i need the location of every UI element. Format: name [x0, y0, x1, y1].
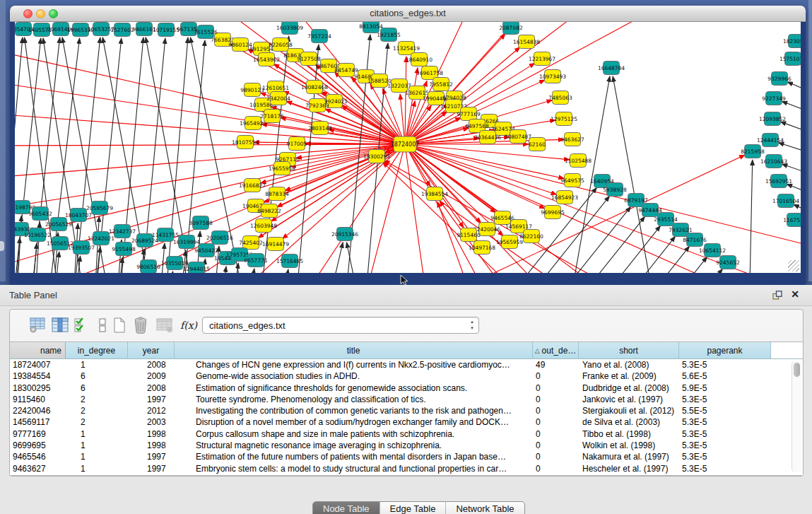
- graph-node-label: 19384554: [421, 191, 448, 197]
- tab-node-table[interactable]: Node Table: [313, 502, 380, 514]
- table-scrollbar[interactable]: [792, 361, 801, 472]
- graph-edge: [778, 143, 801, 156]
- graph-node-label: 6497568: [465, 123, 489, 129]
- table-cell: 9465546: [10, 451, 66, 462]
- close-panel-icon[interactable]: ✕: [791, 288, 799, 300]
- graph-node-label: 9890123: [240, 87, 264, 93]
- table-cell: 1997: [128, 394, 175, 405]
- graph-edge: [341, 105, 398, 140]
- graph-node-label: 12242021: [88, 235, 114, 242]
- graph-node-label: 9657771: [244, 257, 268, 264]
- table-cell: 1998: [128, 428, 175, 440]
- table-cell: 5.9E-5: [679, 382, 771, 394]
- column-header-out_de[interactable]: △out_de…: [533, 342, 579, 358]
- graph-node-label: 8878334: [265, 191, 289, 197]
- table-cell: 1: [66, 463, 128, 474]
- graph-node-label: 8226058: [269, 42, 293, 48]
- graph-node-label: 12213967: [529, 56, 555, 62]
- graph-edge: [685, 257, 707, 273]
- table-cell: Nakamura et al. (1997): [579, 451, 679, 462]
- table-cell: 5.3E-5: [679, 359, 771, 370]
- table-settings-icon[interactable]: [28, 316, 47, 334]
- graph-node-label: 11025488: [565, 158, 592, 164]
- table-cell: 1997: [128, 463, 175, 474]
- graph-edge: [590, 216, 645, 273]
- column-header-short[interactable]: short: [579, 342, 679, 358]
- table-cell: Disruption of a novel member of a sodium…: [175, 416, 533, 428]
- table-row[interactable]: 946362711997Embryonic stem cells: a mode…: [10, 463, 803, 474]
- table-row[interactable]: 911546021997Tourette syndrome. Phenomeno…: [10, 394, 803, 405]
- select-rows-icon[interactable]: [72, 316, 90, 334]
- graph-node-label: 20915346: [331, 231, 358, 238]
- graph-node-label: 19654923: [240, 120, 266, 127]
- float-panel-icon[interactable]: [772, 291, 782, 300]
- window-titlebar[interactable]: citations_edges.txt: [10, 6, 806, 22]
- function-builder-icon[interactable]: f(x): [180, 316, 198, 334]
- table-cell: 6: [66, 370, 128, 382]
- delete-trash-icon[interactable]: [131, 316, 150, 334]
- column-header-year[interactable]: year: [128, 342, 175, 358]
- table-cell: Genome-wide association studies in ADHD.: [175, 370, 533, 382]
- network-canvas[interactable]: 1872400718300295193845541810755491700592…: [15, 22, 801, 273]
- column-header-title[interactable]: title: [175, 342, 533, 358]
- window-resize-grip[interactable]: [788, 260, 799, 271]
- graph-node-label: 2803144: [308, 125, 332, 132]
- graph-node-label: 9450422: [194, 247, 218, 254]
- sidebar-collapse-handle[interactable]: [0, 241, 4, 251]
- table-row[interactable]: 1830029562008Estimation of significance …: [10, 382, 803, 394]
- graph-edge: [252, 269, 254, 273]
- table-row[interactable]: 1456911722003Disruption of a novel membe…: [10, 416, 803, 428]
- table-row[interactable]: 1938455462009Genome-wide association stu…: [10, 370, 803, 382]
- table-panel-title: Table Panel: [9, 290, 57, 300]
- show-columns-icon[interactable]: [51, 316, 69, 334]
- delete-table-disabled-icon[interactable]: [155, 316, 174, 334]
- table-type-tabs: Node Table Edge Table Network Table: [312, 501, 525, 514]
- toggle-rows-icon[interactable]: [93, 316, 112, 334]
- column-header-label: year: [143, 346, 159, 356]
- table-row[interactable]: 977716911998Corpus callosum shape and si…: [10, 428, 803, 440]
- graph-node-label: 19565959: [496, 239, 523, 245]
- graph-node-label: 62160: [529, 141, 546, 148]
- table-cell: 14569117: [10, 416, 66, 428]
- graph-edge: [346, 243, 355, 273]
- tab-edge-table[interactable]: Edge Table: [380, 502, 447, 514]
- column-header-pagerank[interactable]: pagerank: [679, 342, 771, 358]
- column-header-in_degree[interactable]: in_degree: [66, 342, 128, 358]
- table-cell: 9777169: [10, 428, 66, 440]
- table-cell: Structural magnetic resonance image aver…: [175, 440, 533, 451]
- graph-node-label: 9127508: [297, 56, 321, 62]
- table-cell: 2: [66, 416, 128, 428]
- new-document-icon[interactable]: [110, 316, 129, 334]
- graph-node-label: 2935514: [654, 216, 678, 223]
- table-row[interactable]: 2242004622012Investigating the contribut…: [10, 405, 803, 416]
- table-cell: 1: [66, 451, 128, 462]
- tab-network-table[interactable]: Network Table: [446, 502, 524, 514]
- graph-node-label: 9245652: [716, 259, 740, 266]
- graph-node-label: 8471676: [683, 237, 707, 243]
- table-row[interactable]: 946554611997Estimation of the future num…: [10, 451, 803, 462]
- table-cell: 18300295: [10, 382, 66, 394]
- table-cell: 1997: [128, 451, 175, 462]
- table-scrollbar-thumb[interactable]: [794, 363, 800, 377]
- table-cell: 2: [66, 394, 128, 405]
- table-panel-body: f(x) citations_edges.txt ▲▼ namein_degre…: [9, 309, 804, 477]
- column-header-name[interactable]: name: [10, 342, 66, 358]
- graph-node-label: 10973493: [539, 74, 566, 80]
- graph-node-label: 15751074: [779, 56, 801, 62]
- graph-node-label: 18043707: [65, 212, 92, 218]
- table-cell: 9463627: [10, 463, 66, 474]
- column-header-label: short: [619, 346, 638, 356]
- graph-node-label: 16914479: [262, 241, 289, 247]
- graph-node-label: 10807487: [505, 134, 531, 140]
- table-select-dropdown[interactable]: citations_edges.txt ▲▼: [202, 317, 479, 334]
- table-cell: 1998: [128, 440, 175, 451]
- table-row[interactable]: 969969511998Structural magnetic resonanc…: [10, 440, 803, 451]
- column-header-label: title: [347, 346, 360, 356]
- right-panel-edge: [808, 0, 812, 281]
- table-cell: 2: [66, 405, 128, 416]
- table-row[interactable]: 1872400712008Changes of HCN gene express…: [10, 359, 803, 370]
- graph-node-label: 7425402: [239, 240, 263, 246]
- graph-node-label: 9155498: [112, 246, 136, 252]
- graph-node-label: 917005: [287, 141, 307, 147]
- graph-node-label: 11325419: [393, 45, 420, 52]
